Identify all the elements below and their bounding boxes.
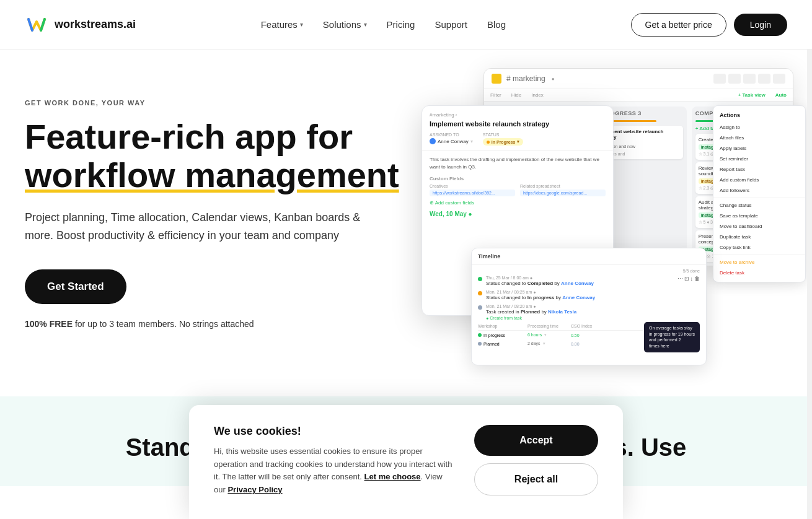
let-me-choose-link[interactable]: Let me choose (364, 472, 421, 481)
privacy-policy-link[interactable]: Privacy Policy (227, 485, 282, 494)
cookie-description: Hi, this website uses essential cookies … (214, 445, 454, 497)
get-better-price-button[interactable]: Get a better price (631, 13, 726, 37)
logo-icon (25, 13, 48, 37)
timeline-tooltip: On average tasks stayin progress for 19 … (644, 322, 700, 352)
scrollbar[interactable] (807, 0, 812, 519)
cookie-title: We use cookies! (214, 425, 454, 438)
cookie-actions: Accept Reject all (474, 425, 598, 495)
task-actions-panel: Actions Assign to Attach files Apply lab… (713, 105, 806, 282)
cookie-text-area: We use cookies! Hi, this website uses es… (214, 425, 454, 497)
footnote-rest: for up to 3 team members. No strings att… (73, 319, 254, 329)
cookie-banner: We use cookies! Hi, this website uses es… (189, 405, 623, 519)
features-chevron-icon: ▾ (300, 21, 303, 28)
logo[interactable]: workstreams.ai (25, 13, 136, 37)
hero-content: GET WORK DONE, YOUR WAY Feature-rich app… (25, 87, 409, 329)
main-nav: Features ▾ Solutions ▾ Pricing Support B… (261, 19, 506, 30)
login-button[interactable]: Login (734, 14, 787, 36)
reject-cookies-button[interactable]: Reject all (474, 463, 598, 495)
hero-subtitle: Project planning, Time allocation, Calen… (25, 209, 384, 245)
hero-title: Feature-rich app for workflow management (25, 118, 409, 194)
get-started-button[interactable]: Get Started (25, 269, 126, 304)
nav-blog[interactable]: Blog (487, 19, 506, 30)
hero-title-line2: workflow management (25, 155, 399, 194)
hero-section: GET WORK DONE, YOUR WAY Feature-rich app… (0, 50, 812, 396)
hero-title-line1: Feature-rich app for (25, 117, 353, 156)
header-actions: Get a better price Login (631, 13, 787, 37)
nav-solutions[interactable]: Solutions ▾ (323, 19, 367, 30)
svg-rect-0 (25, 13, 48, 37)
accept-cookies-button[interactable]: Accept (474, 425, 598, 456)
hero-eyebrow: GET WORK DONE, YOUR WAY (25, 99, 409, 107)
timeline-panel: Timeline 5/5 done Thu, 25 Mar / 8:00 am … (471, 248, 707, 365)
mockup-channel-name: # marketing (506, 74, 545, 83)
nav-pricing[interactable]: Pricing (387, 19, 415, 30)
header: workstreams.ai Features ▾ Solutions ▾ Pr… (0, 0, 812, 50)
hero-footnote: 100% FREE for up to 3 team members. No s… (25, 319, 409, 329)
solutions-chevron-icon: ▾ (364, 21, 367, 28)
nav-support[interactable]: Support (435, 19, 467, 30)
nav-features[interactable]: Features ▾ (261, 19, 303, 30)
logo-text: workstreams.ai (55, 18, 136, 31)
mockup-logo-icon (492, 74, 501, 84)
footnote-bold: 100% FREE (25, 319, 73, 329)
hero-mockup: # marketing ● Filter Hide Index + Ta (409, 87, 787, 372)
